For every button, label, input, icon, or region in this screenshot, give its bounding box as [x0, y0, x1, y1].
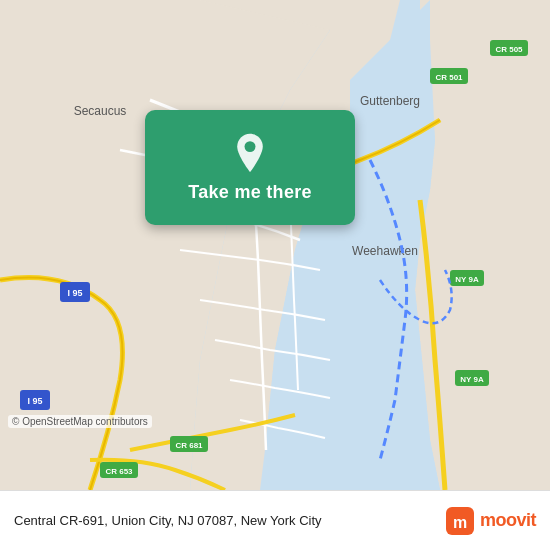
svg-text:NY 9A: NY 9A: [455, 275, 479, 284]
svg-text:I 95: I 95: [67, 288, 82, 298]
svg-point-26: [245, 141, 256, 152]
take-me-there-button[interactable]: Take me there: [145, 110, 355, 225]
svg-text:Guttenberg: Guttenberg: [360, 94, 420, 108]
take-me-there-label: Take me there: [188, 182, 312, 203]
bottom-bar: Central CR-691, Union City, NJ 07087, Ne…: [0, 490, 550, 550]
svg-text:CR 653: CR 653: [105, 467, 133, 476]
svg-text:m: m: [453, 514, 467, 531]
svg-text:Secaucus: Secaucus: [74, 104, 127, 118]
moovit-icon: m: [446, 507, 474, 535]
svg-text:Weehawken: Weehawken: [352, 244, 418, 258]
map-pin-icon: [232, 132, 268, 174]
moovit-wordmark: moovit: [480, 510, 536, 531]
svg-text:CR 681: CR 681: [175, 441, 203, 450]
svg-text:NY 9A: NY 9A: [460, 375, 484, 384]
copyright-notice: © OpenStreetMap contributors: [8, 415, 152, 428]
address-text: Central CR-691, Union City, NJ 07087, Ne…: [14, 513, 446, 528]
moovit-logo: m moovit: [446, 507, 536, 535]
svg-text:CR 505: CR 505: [495, 45, 523, 54]
svg-text:CR 501: CR 501: [435, 73, 463, 82]
map-container: I 95 I 95 CR 501 CR 501 CR 505 NY 9A NY …: [0, 0, 550, 490]
svg-text:I 95: I 95: [27, 396, 42, 406]
